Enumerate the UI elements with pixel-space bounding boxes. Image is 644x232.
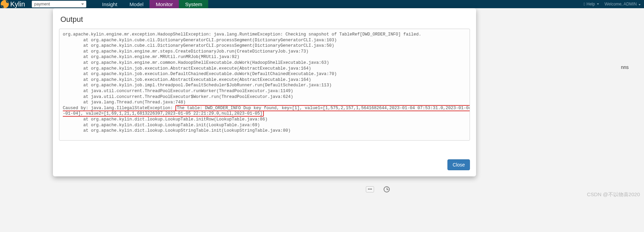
log-before: org.apache.kylin.engine.mr.exception.Had… — [63, 32, 421, 111]
chevron-down-icon — [81, 3, 84, 5]
user-menu[interactable]: Welcome, ADMIN — [604, 2, 641, 6]
welcome-label: Welcome, ADMIN — [604, 2, 636, 6]
brand[interactable]: Kylin — [0, 0, 28, 8]
clock-icon[interactable] — [384, 186, 390, 192]
output-log: org.apache.kylin.engine.mr.exception.Had… — [63, 32, 466, 134]
navbar: Kylin payment Insight Model Monitor Syst… — [0, 0, 644, 8]
output-textarea[interactable]: org.apache.kylin.engine.mr.exception.Had… — [59, 29, 470, 141]
close-button[interactable]: Close — [447, 159, 470, 170]
kylin-logo-icon — [1, 0, 9, 8]
nav-item-monitor[interactable]: Monitor — [149, 0, 179, 8]
log-after: at org.apache.kylin.dict.lookup.LookupTa… — [63, 117, 291, 133]
brand-label: Kylin — [10, 0, 25, 8]
nav-item-system[interactable]: System — [179, 0, 208, 8]
help-icon: 􀍢 — [584, 2, 585, 6]
modal-title: Output — [59, 15, 470, 24]
bottom-toolbar: ••• — [366, 186, 390, 192]
chevron-down-icon — [639, 4, 641, 5]
nav-item-label: Insight — [102, 1, 117, 7]
project-select[interactable]: payment — [32, 1, 86, 8]
project-selected-value: payment — [34, 2, 50, 6]
nav-right: 􀍢 Help Welcome, ADMIN — [584, 2, 641, 6]
nav-item-label: Model — [130, 1, 144, 7]
modal-footer: Close — [59, 159, 470, 170]
help-label: Help — [587, 2, 595, 6]
nav-item-label: Monitor — [156, 1, 173, 7]
output-modal: Output org.apache.kylin.engine.mr.except… — [53, 8, 476, 176]
help-menu[interactable]: 􀍢 Help — [584, 2, 599, 6]
nav-item-model[interactable]: Model — [124, 0, 150, 8]
nav-item-insight[interactable]: Insight — [96, 0, 123, 8]
output-scroll[interactable]: org.apache.kylin.engine.mr.exception.Had… — [59, 29, 470, 140]
chevron-down-icon — [597, 3, 599, 5]
ellipsis-icon[interactable]: ••• — [366, 186, 374, 192]
watermark: CSDN @不以物喜2020 — [587, 191, 640, 198]
nav-items: Insight Model Monitor System — [96, 0, 208, 8]
nav-item-label: System — [185, 1, 202, 7]
